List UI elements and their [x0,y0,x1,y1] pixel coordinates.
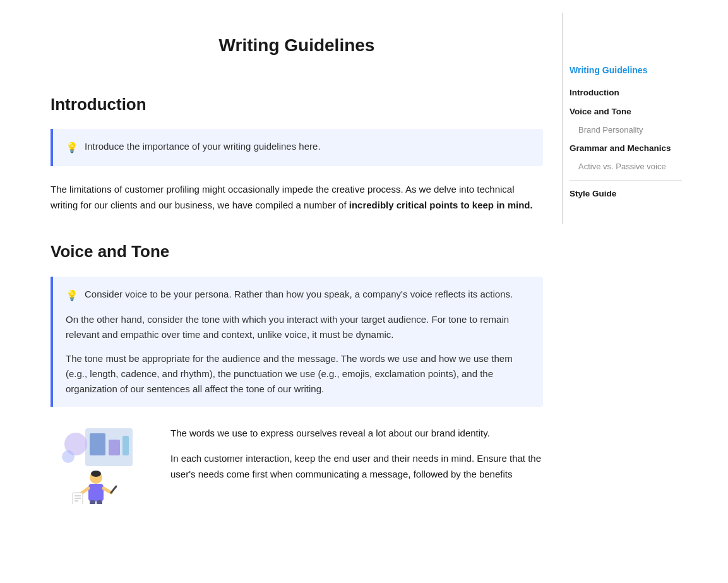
toc-subitem-active-passive[interactable]: Active vs. Passive voice [570,160,682,174]
toc-divider [570,180,682,181]
table-of-contents: Writing Guidelines Introduction Voice an… [562,13,695,224]
lightbulb-icon: 💡 [66,140,78,156]
voice-and-tone-section: Voice and Tone 💡 Consider voice to be yo… [51,239,543,508]
voice-tone-callout: 💡 Consider voice to be your persona. Rat… [51,277,543,407]
voice-tone-callout-p2: On the other hand, consider the tone wit… [66,312,530,342]
image-text-content: The words we use to express ourselves re… [170,422,543,491]
toc-item-grammar[interactable]: Grammar and Mechanics [570,141,682,155]
page-title: Writing Guidelines [51,19,543,60]
introduction-section: Introduction 💡 Introduce the importance … [51,92,543,213]
toc-item-style-guide[interactable]: Style Guide [570,187,682,201]
svg-line-10 [104,488,111,493]
svg-point-5 [62,450,75,463]
illustration [51,422,152,508]
toc-item-voice-tone[interactable]: Voice and Tone [570,105,682,119]
image-text-p2: In each customer interaction, keep the e… [170,450,543,483]
lightbulb-icon-2: 💡 [66,287,78,304]
toc-item-introduction[interactable]: Introduction [570,86,682,100]
voice-and-tone-heading: Voice and Tone [51,239,543,265]
introduction-callout: 💡 Introduce the importance of your writi… [51,129,543,166]
svg-rect-1 [90,433,105,455]
svg-rect-16 [90,500,95,504]
image-text-p1: The words we use to express ourselves re… [170,425,543,442]
introduction-callout-text: Introduce the importance of your writing… [85,139,321,154]
illustration-svg [51,422,152,504]
svg-rect-2 [109,440,120,455]
svg-rect-17 [97,500,102,504]
svg-rect-8 [88,484,104,502]
introduction-body: The limitations of customer profiling mi… [51,181,543,213]
image-text-row: The words we use to express ourselves re… [51,422,543,508]
svg-line-15 [111,486,116,493]
voice-tone-callout-p3: The tone must be appropriate for the aud… [66,351,530,397]
svg-rect-3 [122,436,129,455]
introduction-heading: Introduction [51,92,543,118]
svg-point-7 [91,471,101,477]
voice-tone-callout-p1: Consider voice to be your persona. Rathe… [85,287,513,302]
toc-subitem-brand-personality[interactable]: Brand Personality [570,124,682,137]
toc-title[interactable]: Writing Guidelines [570,63,682,77]
